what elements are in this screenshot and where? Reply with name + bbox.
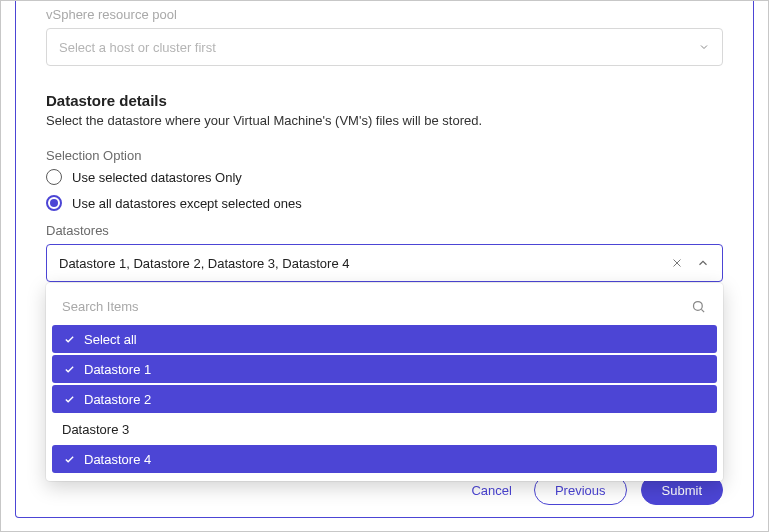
radio-label: Use all datastores except selected ones: [72, 196, 302, 211]
option-label: Datastore 4: [84, 452, 151, 467]
option-datastore-3[interactable]: Datastore 3: [52, 415, 717, 443]
search-icon[interactable]: [689, 297, 707, 315]
option-label: Datastore 1: [84, 362, 151, 377]
option-select-all[interactable]: Select all: [52, 325, 717, 353]
datastores-dropdown: Select all Datastore 1 Datastore 2 Datas…: [46, 283, 723, 481]
datastore-details-desc: Select the datastore where your Virtual …: [46, 113, 723, 128]
chevron-up-icon[interactable]: [694, 254, 712, 272]
datastores-value: Datastore 1, Datastore 2, Datastore 3, D…: [59, 256, 349, 271]
datastores-multiselect[interactable]: Datastore 1, Datastore 2, Datastore 3, D…: [46, 244, 723, 282]
check-icon: [62, 364, 76, 375]
option-label: Datastore 2: [84, 392, 151, 407]
chevron-down-icon: [698, 41, 710, 53]
resource-pool-select[interactable]: Select a host or cluster first: [46, 28, 723, 66]
svg-point-2: [693, 301, 702, 310]
clear-icon[interactable]: [668, 254, 686, 272]
svg-line-3: [701, 309, 704, 312]
radio-label: Use selected datastores Only: [72, 170, 242, 185]
check-icon: [62, 394, 76, 405]
check-icon: [62, 454, 76, 465]
option-datastore-1[interactable]: Datastore 1: [52, 355, 717, 383]
cancel-button[interactable]: Cancel: [471, 483, 511, 498]
resource-pool-label: vSphere resource pool: [46, 7, 723, 22]
radio-use-selected-only[interactable]: Use selected datastores Only: [46, 169, 723, 185]
form-panel: vSphere resource pool Select a host or c…: [15, 1, 754, 518]
option-label: Datastore 3: [62, 422, 129, 437]
resource-pool-placeholder: Select a host or cluster first: [59, 40, 216, 55]
datastore-details-title: Datastore details: [46, 92, 723, 109]
selection-option-label: Selection Option: [46, 148, 723, 163]
radio-checked-icon: [46, 195, 62, 211]
check-icon: [62, 334, 76, 345]
datastores-label: Datastores: [46, 223, 723, 238]
option-datastore-2[interactable]: Datastore 2: [52, 385, 717, 413]
dropdown-search-input[interactable]: [62, 299, 689, 314]
option-datastore-4[interactable]: Datastore 4: [52, 445, 717, 473]
radio-icon: [46, 169, 62, 185]
dropdown-search-row: [52, 289, 717, 323]
option-label: Select all: [84, 332, 137, 347]
selection-option-group: Use selected datastores Only Use all dat…: [46, 169, 723, 211]
radio-use-all-except[interactable]: Use all datastores except selected ones: [46, 195, 723, 211]
